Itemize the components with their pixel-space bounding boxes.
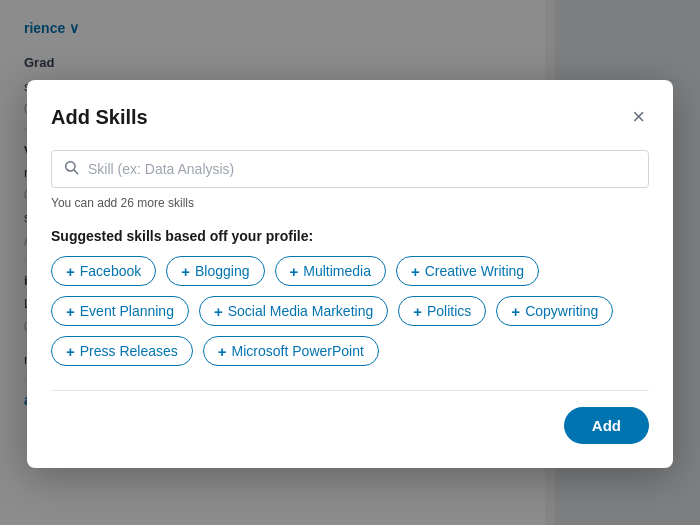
search-icon xyxy=(63,159,79,179)
skill-chip[interactable]: +Politics xyxy=(398,296,486,326)
skill-label: Blogging xyxy=(195,263,250,279)
plus-icon: + xyxy=(411,264,420,279)
skill-label: Press Releases xyxy=(80,343,178,359)
skill-chip[interactable]: +Microsoft PowerPoint xyxy=(203,336,379,366)
skill-label: Multimedia xyxy=(303,263,371,279)
skill-chip[interactable]: +Event Planning xyxy=(51,296,189,326)
skill-label: Copywriting xyxy=(525,303,598,319)
plus-icon: + xyxy=(218,344,227,359)
modal-title: Add Skills xyxy=(51,106,148,129)
skill-chip[interactable]: +Copywriting xyxy=(496,296,613,326)
plus-icon: + xyxy=(290,264,299,279)
close-button[interactable]: × xyxy=(628,104,649,130)
plus-icon: + xyxy=(66,344,75,359)
plus-icon: + xyxy=(413,304,422,319)
skill-label: Microsoft PowerPoint xyxy=(232,343,364,359)
svg-line-1 xyxy=(74,170,78,174)
skill-label: Social Media Marketing xyxy=(228,303,374,319)
skill-chip[interactable]: +Creative Writing xyxy=(396,256,539,286)
skill-search-input[interactable] xyxy=(51,150,649,188)
skills-chips-container: +Facebook+Blogging+Multimedia+Creative W… xyxy=(51,256,649,366)
skills-count-text: You can add 26 more skills xyxy=(51,196,649,210)
skill-label: Facebook xyxy=(80,263,141,279)
plus-icon: + xyxy=(181,264,190,279)
search-container xyxy=(51,150,649,188)
modal-header: Add Skills × xyxy=(51,104,649,130)
add-button[interactable]: Add xyxy=(564,407,649,444)
skill-label: Creative Writing xyxy=(425,263,524,279)
plus-icon: + xyxy=(214,304,223,319)
plus-icon: + xyxy=(511,304,520,319)
modal-footer: Add xyxy=(51,390,649,444)
skill-label: Politics xyxy=(427,303,471,319)
skill-chip[interactable]: +Blogging xyxy=(166,256,264,286)
skill-chip[interactable]: +Press Releases xyxy=(51,336,193,366)
plus-icon: + xyxy=(66,264,75,279)
add-skills-modal: Add Skills × You can add 26 more skills … xyxy=(27,80,673,468)
skill-chip[interactable]: +Facebook xyxy=(51,256,156,286)
plus-icon: + xyxy=(66,304,75,319)
skill-chip[interactable]: +Multimedia xyxy=(275,256,386,286)
skill-chip[interactable]: +Social Media Marketing xyxy=(199,296,388,326)
suggested-label: Suggested skills based off your profile: xyxy=(51,228,649,244)
skill-label: Event Planning xyxy=(80,303,174,319)
